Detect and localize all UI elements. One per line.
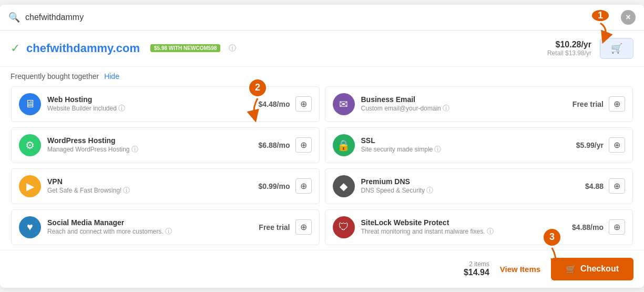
product-icon-3: 🔒 [333, 134, 355, 156]
product-right-2: $6.88/mo ⊕ [259, 137, 312, 153]
domain-name: chefwithdammy.com [26, 42, 140, 55]
product-info-icon-6[interactable]: ⓘ [165, 227, 172, 236]
product-item-0: 🖥 Web Hosting Website Builder included ⓘ… [11, 86, 320, 122]
annotation-1: 1 [586, 9, 615, 37]
product-info-icon-2[interactable]: ⓘ [131, 145, 138, 154]
product-info-4: VPN Get Safe & Fast Browsing! ⓘ [47, 177, 252, 195]
checkout-cart-icon: 🛒 [566, 264, 576, 274]
items-label: 2 items [464, 260, 489, 268]
product-name-2: WordPress Hosting [47, 136, 252, 145]
product-icon-0: 🖥 [19, 93, 41, 115]
price-retail: Retail $13.98/yr [547, 49, 591, 57]
product-item-1: ✉ Business Email Custom email@your-domai… [325, 86, 633, 122]
product-name-3: SSL [361, 136, 570, 145]
product-right-6: Free trial ⊕ [259, 219, 311, 235]
product-price-7: $4.88/mo [572, 223, 604, 231]
product-icon-2: ⚙ [19, 134, 41, 156]
domain-add-cart-button[interactable]: 🛒 [600, 38, 633, 59]
annotation-circle-2: 2 [248, 78, 267, 97]
product-info-0: Web Hosting Website Builder included ⓘ [47, 95, 252, 113]
product-info-icon-3[interactable]: ⓘ [434, 145, 441, 154]
annotation-circle-3: 3 [543, 228, 561, 247]
product-icon-7: 🛡 [333, 216, 355, 238]
product-icon-6: ♥ [19, 216, 41, 238]
product-sub-5: DNS Speed & Security ⓘ [361, 186, 579, 195]
product-add-cart-button-0[interactable]: ⊕ [295, 96, 312, 112]
product-price-5: $4.88 [585, 182, 604, 190]
checkout-label: Checkout [580, 264, 619, 274]
annotation-3: 3 [541, 228, 563, 267]
products-grid: 🖥 Web Hosting Website Builder included ⓘ… [0, 84, 644, 248]
product-info-icon-1[interactable]: ⓘ [443, 104, 449, 113]
fbt-header: Frequently bought together Hide [0, 67, 644, 84]
close-button[interactable]: × [621, 10, 636, 25]
checkmark-icon: ✓ [11, 42, 20, 55]
product-icon-5: ◆ [333, 175, 355, 197]
product-info-3: SSL Site security made simple ⓘ [361, 136, 570, 154]
product-add-cart-button-2[interactable]: ⊕ [295, 137, 312, 153]
product-add-cart-button-6[interactable]: ⊕ [295, 219, 312, 235]
search-bar: 🔍 chefwithdammy × [0, 5, 644, 31]
product-price-1: Free trial [573, 100, 604, 108]
annotation-2: 2 [247, 78, 268, 117]
product-info-icon-4[interactable]: ⓘ [123, 186, 130, 195]
price-main: $10.28/yr [547, 40, 591, 49]
product-name-6: Social Media Manager [47, 218, 252, 227]
product-info-icon-0[interactable]: ⓘ [118, 104, 125, 113]
product-item-6: ♥ Social Media Manager Reach and connect… [11, 209, 320, 245]
product-sub-2: Managed WordPress Hosting ⓘ [47, 145, 252, 154]
product-sub-4: Get Safe & Fast Browsing! ⓘ [47, 186, 252, 195]
annotation-circle-1: 1 [591, 9, 610, 22]
product-icon-4: ▶ [19, 175, 41, 197]
product-info-icon-7[interactable]: ⓘ [487, 227, 494, 236]
product-item-5: ◆ Premium DNS DNS Speed & Security ⓘ $4.… [325, 168, 633, 204]
view-items-button[interactable]: View Items [500, 265, 540, 274]
domain-price: $10.28/yr Retail $13.98/yr [547, 40, 591, 57]
product-add-cart-button-3[interactable]: ⊕ [609, 137, 625, 153]
product-right-5: $4.88 ⊕ [585, 178, 625, 194]
items-total: $14.94 [464, 268, 489, 277]
product-item-7: 🛡 SiteLock Website Protect Threat monito… [325, 209, 633, 245]
product-info-7: SiteLock Website Protect Threat monitori… [361, 218, 566, 236]
search-query: chefwithdammy [25, 13, 616, 22]
product-add-cart-button-5[interactable]: ⊕ [609, 178, 625, 194]
product-right-3: $5.99/yr ⊕ [576, 137, 625, 153]
product-info-2: WordPress Hosting Managed WordPress Host… [47, 136, 252, 154]
hide-link[interactable]: Hide [104, 72, 119, 80]
main-container: 🔍 chefwithdammy × ✓ chefwithdammy.com $5… [0, 5, 644, 288]
product-info-icon-5[interactable]: ⓘ [426, 186, 433, 195]
domain-info-icon[interactable]: ⓘ [229, 44, 236, 53]
product-name-4: VPN [47, 177, 252, 186]
product-price-3: $5.99/yr [576, 141, 604, 149]
fbt-label: Frequently bought together [11, 72, 99, 80]
product-info-6: Social Media Manager Reach and connect w… [47, 218, 252, 236]
product-name-5: Premium DNS [361, 177, 579, 186]
search-icon: 🔍 [8, 12, 20, 23]
items-count: 2 items $14.94 [464, 260, 489, 277]
product-right-1: Free trial ⊕ [573, 96, 625, 112]
product-info-1: Business Email Custom email@your-domain … [361, 95, 566, 113]
promo-badge: $5.98 WITH NEWCOM598 [150, 44, 220, 52]
product-item-2: ⚙ WordPress Hosting Managed WordPress Ho… [11, 127, 320, 163]
domain-right: $10.28/yr Retail $13.98/yr 🛒 [547, 38, 633, 59]
product-add-cart-button-7[interactable]: ⊕ [609, 219, 625, 235]
product-sub-7: Threat monitoring and instant malware fi… [361, 227, 566, 236]
product-price-6: Free trial [259, 223, 290, 231]
product-price-4: $0.99/mo [259, 182, 290, 190]
product-item-4: ▶ VPN Get Safe & Fast Browsing! ⓘ $0.99/… [11, 168, 320, 204]
product-name-0: Web Hosting [47, 95, 252, 104]
product-add-cart-button-4[interactable]: ⊕ [295, 178, 312, 194]
product-info-5: Premium DNS DNS Speed & Security ⓘ [361, 177, 579, 195]
product-price-2: $6.88/mo [259, 141, 290, 149]
product-add-cart-button-1[interactable]: ⊕ [609, 96, 625, 112]
product-item-3: 🔒 SSL Site security made simple ⓘ $5.99/… [325, 127, 633, 163]
domain-row: ✓ chefwithdammy.com $5.98 WITH NEWCOM598… [0, 31, 644, 67]
product-sub-6: Reach and connect with more customers. ⓘ [47, 227, 252, 236]
product-sub-1: Custom email@your-domain ⓘ [361, 104, 566, 113]
checkout-button[interactable]: 🛒 Checkout [551, 258, 633, 280]
product-name-7: SiteLock Website Protect [361, 218, 566, 227]
product-right-7: $4.88/mo ⊕ [572, 219, 625, 235]
product-name-1: Business Email [361, 95, 566, 104]
product-sub-0: Website Builder included ⓘ [47, 104, 252, 113]
domain-left: ✓ chefwithdammy.com $5.98 WITH NEWCOM598… [11, 42, 236, 55]
